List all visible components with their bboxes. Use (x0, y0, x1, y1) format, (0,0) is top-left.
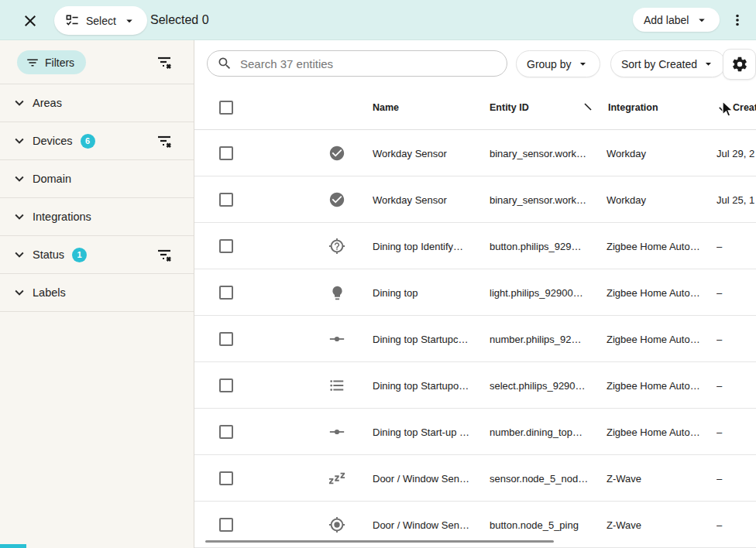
group-by-label: Group by (527, 58, 572, 70)
sort-by-button[interactable]: Sort by Created (610, 50, 726, 77)
select-button[interactable]: Select (54, 6, 147, 35)
row-checkbox[interactable] (219, 239, 233, 253)
horizontal-scrollbar[interactable] (205, 540, 554, 543)
entity-created: Jul 29, 2 (716, 130, 756, 176)
column-header-created[interactable]: Created (716, 85, 756, 130)
entity-created: Jul 25, 1 (716, 176, 756, 223)
group-by-button[interactable]: Group by (516, 50, 600, 77)
entity-created: – (716, 269, 756, 316)
menu-down-icon (576, 57, 589, 70)
entity-name: Dining top Startupc… (373, 316, 487, 362)
row-checkbox[interactable] (219, 332, 233, 346)
entity-id: sensor.node_5_nod… (490, 455, 604, 502)
filters-sidebar: Filters Areas Devices 6 Domain (0, 40, 194, 548)
slider-icon (327, 316, 347, 362)
entity-created: – (716, 362, 756, 409)
entity-id: select.philips_9290… (490, 362, 604, 409)
search-box (207, 50, 507, 77)
entity-id: binary_sensor.work… (490, 176, 604, 223)
gear-icon[interactable] (723, 49, 756, 80)
entity-integration: Workday (607, 130, 715, 176)
filters-chip[interactable]: Filters (17, 50, 86, 74)
chevron-down-icon (11, 132, 28, 149)
status-filter-badge: 1 (72, 248, 87, 262)
sidebar-item-label: Domain (33, 173, 71, 185)
entity-created: – (716, 223, 756, 269)
filter-remove-icon[interactable] (153, 131, 175, 152)
table-row[interactable]: Workday Sensor binary_sensor.work… Workd… (194, 130, 756, 176)
table-row[interactable]: Dining top Start-up … number.dining_top…… (194, 409, 756, 455)
selection-topbar: Select Selected 0 Add label (0, 0, 756, 40)
lightbulb-icon (327, 269, 347, 316)
kebab-menu-icon[interactable] (727, 9, 748, 31)
crosshairs-question-icon (327, 223, 347, 269)
entity-integration: Zigbee Home Auto… (607, 223, 715, 269)
filters-header: Filters (0, 40, 194, 84)
entity-integration: Zigbee Home Auto… (607, 316, 715, 362)
row-checkbox[interactable] (219, 518, 233, 532)
entity-name: Dining top Identify… (373, 223, 487, 269)
sidebar-item-integrations[interactable]: Integrations (0, 198, 194, 236)
list-icon (327, 362, 347, 409)
table-row[interactable]: Door / Window Sen… sensor.node_5_nod… Z-… (194, 455, 756, 502)
column-header-integration[interactable]: Integration (608, 85, 658, 130)
sidebar-item-label: Integrations (33, 211, 91, 223)
chevron-down-icon (11, 94, 28, 111)
column-header-name[interactable]: Name (373, 85, 399, 130)
sort-by-label: Sort by Created (621, 58, 697, 70)
select-all-checkbox[interactable] (219, 101, 233, 115)
row-checkbox[interactable] (219, 193, 233, 207)
check-circle-icon (327, 130, 347, 176)
column-header-entity-id[interactable]: Entity ID (490, 85, 529, 130)
table-row[interactable]: Dining top Startupo… select.philips_9290… (194, 362, 756, 409)
sidebar-item-devices[interactable]: Devices 6 (0, 122, 194, 160)
selected-count: Selected 0 (150, 0, 209, 40)
row-checkbox[interactable] (219, 425, 233, 439)
entity-id: binary_sensor.work… (490, 130, 604, 176)
sidebar-item-labels[interactable]: Labels (0, 274, 194, 312)
sidebar-item-areas[interactable]: Areas (0, 84, 194, 122)
row-checkbox[interactable] (219, 471, 233, 485)
add-label-button[interactable]: Add label (633, 8, 720, 32)
arrow-down-icon (716, 101, 731, 115)
filter-remove-icon[interactable] (153, 245, 175, 266)
sidebar-item-domain[interactable]: Domain (0, 160, 194, 198)
entity-rows: Workday Sensor binary_sensor.work… Workd… (194, 130, 756, 548)
select-button-label: Select (86, 15, 116, 27)
sleep-icon (327, 455, 347, 502)
entity-created: – (716, 502, 756, 548)
row-checkbox[interactable] (219, 146, 233, 160)
menu-down-icon (695, 13, 709, 27)
filter-icon (26, 56, 40, 70)
menu-down-icon (122, 14, 136, 28)
table-row[interactable]: Dining top light.philips_92900… Zigbee H… (194, 269, 756, 316)
close-icon[interactable] (20, 11, 40, 31)
sidebar-item-label: Status (33, 248, 64, 261)
table-row[interactable]: Dining top Identify… button.philips_929…… (194, 223, 756, 269)
entity-integration: Zigbee Home Auto… (607, 269, 715, 316)
add-label-button-label: Add label (644, 14, 689, 26)
sidebar-item-status[interactable]: Status 1 (0, 236, 194, 274)
table-header: Name Entity ID Integration Created (194, 85, 756, 130)
entity-integration: Z-Wave (607, 455, 715, 502)
table-row[interactable]: Dining top Startupc… number.philips_92… … (194, 316, 756, 362)
table-row[interactable]: Workday Sensor binary_sensor.work… Workd… (194, 176, 756, 223)
sidebar-item-label: Areas (33, 97, 62, 109)
chevron-down-icon (11, 246, 28, 263)
sidebar-item-label: Devices (33, 135, 73, 147)
row-checkbox[interactable] (219, 378, 233, 392)
checklist-icon (65, 13, 80, 28)
entity-integration: Zigbee Home Auto… (607, 409, 715, 455)
sidebar-item-label: Labels (33, 286, 66, 299)
entity-id: number.dining_top… (490, 409, 604, 455)
row-checkbox[interactable] (219, 286, 233, 300)
entity-id: button.philips_929… (490, 223, 604, 269)
search-input[interactable] (240, 57, 497, 70)
filters-chip-label: Filters (45, 57, 74, 69)
entity-integration: Workday (607, 176, 715, 223)
filter-remove-icon[interactable] (153, 52, 175, 74)
entity-id: number.philips_92… (490, 316, 604, 362)
bottom-left-accent (0, 544, 26, 548)
chevron-down-icon (11, 284, 28, 301)
entity-name: Workday Sensor (373, 130, 487, 176)
